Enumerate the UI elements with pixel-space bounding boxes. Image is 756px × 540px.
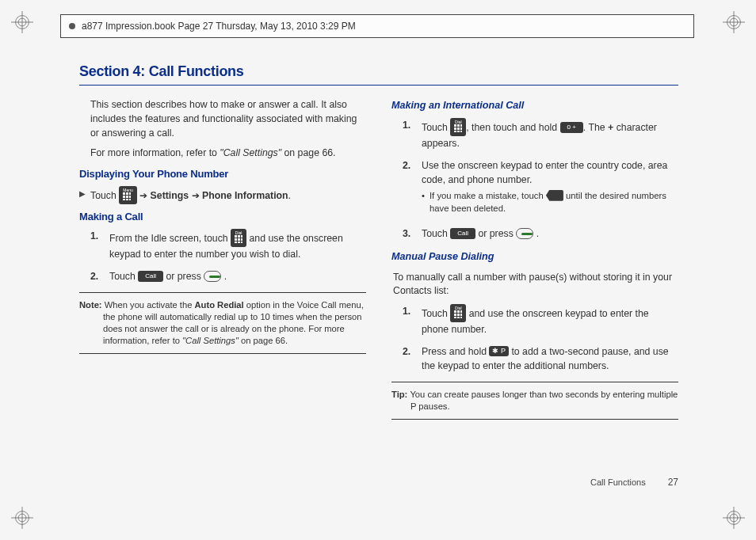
step-text: Touch Menu ➔ Settings ➔ Phone Informatio… (90, 187, 291, 205)
heading-manual-pause: Manual Pause Dialing (391, 249, 678, 264)
text: Touch (422, 228, 450, 239)
text: , then touch and hold (466, 122, 559, 133)
right-column: Making an International Call 1. Touch Di… (391, 98, 678, 426)
step-body: Touch Call or press . (109, 270, 366, 284)
menu-path: Phone Information (202, 190, 288, 201)
title-rule (79, 85, 678, 86)
dial-icon: Dial (450, 118, 466, 136)
call-softkey-icon: Call (138, 271, 163, 282)
step-body: Touch Call or press . (422, 227, 678, 241)
divider (79, 292, 366, 293)
step-body: Use the onscreen keypad to enter the cou… (422, 159, 678, 219)
step-body: From the Idle screen, touch Dial and use… (109, 230, 366, 262)
menu-path: Settings (151, 190, 189, 201)
arrow-icon: ➔ (189, 190, 202, 201)
footer-section: Call Functions (590, 477, 646, 487)
text: You can create pauses longer than two se… (410, 390, 678, 411)
list-item: 1. Touch Dial and use the onscreen keypa… (403, 305, 678, 337)
list-item: 1. From the Idle screen, touch Dial and … (90, 230, 366, 262)
note-block: Note: When you activate the Auto Redial … (79, 299, 366, 347)
divider (391, 419, 678, 420)
left-column: This section describes how to make or an… (79, 98, 366, 426)
backspace-icon (546, 190, 563, 201)
tip-label: Tip: (391, 390, 410, 399)
list-item: 2. Use the onscreen keypad to enter the … (403, 159, 678, 219)
crop-mark-icon (11, 11, 33, 33)
text: If you make a mistake, touch (430, 191, 546, 200)
option-name: Auto Redial (195, 300, 244, 310)
menu-icon: Menu (119, 186, 137, 204)
text: Touch (422, 308, 450, 319)
page-content: Section 4: Call Functions This section d… (79, 63, 678, 426)
list-item: 1. Touch Dial, then touch and hold 0 +. … (403, 119, 678, 151)
list-item: 3. Touch Call or press . (403, 227, 678, 241)
crop-mark-icon (723, 11, 745, 33)
cross-ref: "Call Settings" (182, 336, 239, 345)
text: Touch (422, 122, 450, 133)
text: Use the onscreen keypad to enter the cou… (422, 160, 667, 185)
step-body: Touch Dial, then touch and hold 0 +. The… (422, 119, 678, 151)
text: From the Idle screen, touch (109, 233, 231, 244)
divider (79, 353, 366, 354)
text: on page 66. (239, 336, 288, 345)
page-number: 27 (668, 477, 678, 488)
heading-display-number: Displaying Your Phone Number (79, 167, 366, 182)
dial-icon: Dial (450, 304, 466, 322)
arrow-icon: ➔ (137, 190, 151, 201)
send-key-icon (204, 271, 221, 282)
note-label: Note: (79, 300, 105, 310)
send-key-icon (516, 228, 533, 239)
section-title: Section 4: Call Functions (79, 63, 678, 80)
text: Touch (109, 271, 138, 282)
star-p-key-icon: ✱ P (489, 346, 509, 356)
text: or press (163, 271, 204, 282)
step-body: Touch Dial and use the onscreen keypad t… (422, 305, 678, 337)
text: When you activate the (105, 300, 195, 310)
step-number: 2. (90, 270, 109, 284)
framemaker-header: a877 Impression.book Page 27 Thursday, M… (60, 14, 694, 38)
text: or press (475, 228, 516, 239)
list-item: 2. Press and hold ✱ P to add a two-secon… (403, 345, 678, 374)
text: Touch (90, 190, 119, 201)
sub-bullet: • If you make a mistake, touch until the… (422, 189, 678, 215)
dial-icon: Dial (231, 229, 246, 247)
text: If you make a mistake, touch until the d… (430, 189, 678, 215)
header-dot-icon (69, 23, 75, 29)
crop-mark-icon (723, 507, 745, 529)
step-body: Press and hold ✱ P to add a two-second p… (422, 345, 678, 374)
tip-block: Tip: You can create pauses longer than t… (391, 389, 678, 413)
text: For more information, refer to (90, 147, 220, 158)
procedure-step: ▶ Touch Menu ➔ Settings ➔ Phone Informat… (79, 187, 366, 205)
text: . The (583, 122, 608, 133)
header-text: a877 Impression.book Page 27 Thursday, M… (82, 21, 356, 32)
triangle-bullet-icon: ▶ (79, 187, 86, 205)
call-softkey-icon: Call (450, 228, 475, 239)
cross-ref: "Call Settings" (220, 147, 281, 158)
text: P (501, 347, 506, 355)
intro-para-2: For more information, refer to "Call Set… (90, 146, 366, 161)
crop-mark-icon (11, 507, 33, 529)
text: . (221, 271, 227, 282)
zero-plus-key-icon: 0 + (560, 122, 583, 133)
step-number: 1. (403, 305, 422, 337)
intro-para-1: This section describes how to make or an… (90, 98, 366, 140)
text: . (533, 228, 539, 239)
heading-making-call: Making a Call (79, 210, 366, 225)
bullet-icon: • (422, 189, 425, 215)
manual-pause-intro: To manually call a number with pause(s) … (391, 271, 678, 299)
page-footer: Call Functions 27 (590, 477, 678, 488)
heading-international-call: Making an International Call (391, 98, 678, 112)
divider (391, 382, 678, 382)
step-number: 2. (403, 345, 422, 374)
text: Press and hold (422, 346, 489, 357)
text: on page 66. (281, 147, 335, 158)
step-number: 2. (403, 159, 422, 219)
step-number: 3. (403, 227, 422, 241)
list-item: 2. Touch Call or press . (90, 270, 366, 284)
step-number: 1. (403, 119, 422, 151)
text: . (288, 190, 291, 201)
step-number: 1. (90, 230, 109, 262)
